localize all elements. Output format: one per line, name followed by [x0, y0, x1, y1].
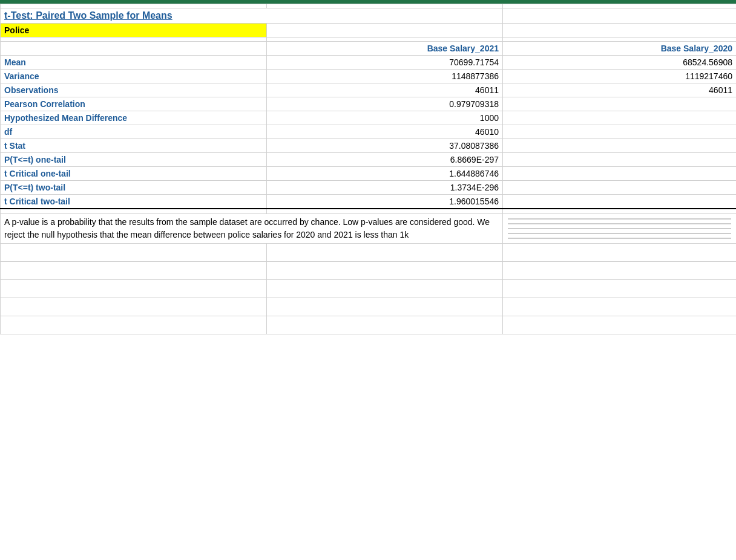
val-tstat-2020: [503, 139, 737, 153]
extra-row-1: [1, 243, 737, 261]
row-tcrit1: t Critical one-tail 1.644886746: [1, 167, 737, 181]
val-tcrit1-2021: 1.644886746: [267, 167, 503, 181]
row-hyp-mean: Hypothesized Mean Difference 1000: [1, 111, 737, 125]
row-pearson: Pearson Correlation 0.979709318: [1, 97, 737, 111]
header-2020: Base Salary_2020: [503, 42, 737, 56]
label-mean: Mean: [1, 56, 267, 70]
header-row: Base Salary_2021 Base Salary_2020: [1, 42, 737, 56]
label-tstat: t Stat: [1, 139, 267, 153]
row-df: df 46010: [1, 125, 737, 139]
title-row: t-Test: Paired Two Sample for Means: [1, 8, 737, 24]
label-tcrit2: t Critical two-tail: [1, 195, 267, 209]
row-mean: Mean 70699.71754 68524.56908: [1, 56, 737, 70]
row-tstat: t Stat 37.08087386: [1, 139, 737, 153]
police-row: Police: [1, 24, 737, 37]
row-variance: Variance 1148877386 1119217460: [1, 70, 737, 83]
val-pearson-2021: 0.979709318: [267, 97, 503, 111]
police-cell: Police: [1, 24, 267, 37]
val-hyp-mean-2020: [503, 111, 737, 125]
row-tcrit2: t Critical two-tail 1.960015546: [1, 195, 737, 209]
val-tcrit2-2020: [503, 195, 737, 209]
val-hyp-mean-2021: 1000: [267, 111, 503, 125]
extra-row-2: [1, 261, 737, 279]
val-tcrit2-2021: 1.960015546: [267, 195, 503, 209]
label-variance: Variance: [1, 70, 267, 83]
val-variance-2021: 1148877386: [267, 70, 503, 83]
label-hyp-mean: Hypothesized Mean Difference: [1, 111, 267, 125]
header-2021: Base Salary_2021: [267, 42, 503, 56]
val-mean-2020: 68524.56908: [503, 56, 737, 70]
description-cell: A p-value is a probability that the resu…: [1, 213, 503, 243]
label-observations: Observations: [1, 83, 267, 97]
val-df-2020: [503, 125, 737, 139]
val-pearson-2020: [503, 97, 737, 111]
description-empty: [503, 213, 737, 243]
val-tcrit1-2020: [503, 167, 737, 181]
row-observations: Observations 46011 46011: [1, 83, 737, 97]
label-ptail2: P(T<=t) two-tail: [1, 181, 267, 195]
val-mean-2021: 70699.71754: [267, 56, 503, 70]
val-observations-2021: 46011: [267, 83, 503, 97]
val-variance-2020: 1119217460: [503, 70, 737, 83]
extra-row-4: [1, 298, 737, 316]
val-observations-2020: 46011: [503, 83, 737, 97]
label-pearson: Pearson Correlation: [1, 97, 267, 111]
label-df: df: [1, 125, 267, 139]
extra-row-5: [1, 316, 737, 334]
main-table: t-Test: Paired Two Sample for Means Poli…: [0, 4, 736, 334]
label-tcrit1: t Critical one-tail: [1, 167, 267, 181]
title-cell: t-Test: Paired Two Sample for Means: [1, 8, 503, 24]
header-label-empty: [1, 42, 267, 56]
val-tstat-2021: 37.08087386: [267, 139, 503, 153]
row-ptail1: P(T<=t) one-tail 6.8669E-297: [1, 153, 737, 167]
label-ptail1: P(T<=t) one-tail: [1, 153, 267, 167]
police-empty-2: [503, 24, 737, 37]
gap-row: [1, 209, 737, 213]
description-row: A p-value is a probability that the resu…: [1, 213, 737, 243]
val-ptail2-2020: [503, 181, 737, 195]
val-df-2021: 46010: [267, 125, 503, 139]
spreadsheet-container: t-Test: Paired Two Sample for Means Poli…: [0, 0, 736, 560]
spacer-row: [1, 4, 737, 8]
val-ptail1-2021: 6.8669E-297: [267, 153, 503, 167]
val-ptail1-2020: [503, 153, 737, 167]
police-empty-1: [267, 24, 503, 37]
extra-row-3: [1, 279, 737, 298]
separator-row: [1, 37, 737, 42]
row-ptail2: P(T<=t) two-tail 1.3734E-296: [1, 181, 737, 195]
title-empty: [503, 8, 737, 24]
val-ptail2-2021: 1.3734E-296: [267, 181, 503, 195]
